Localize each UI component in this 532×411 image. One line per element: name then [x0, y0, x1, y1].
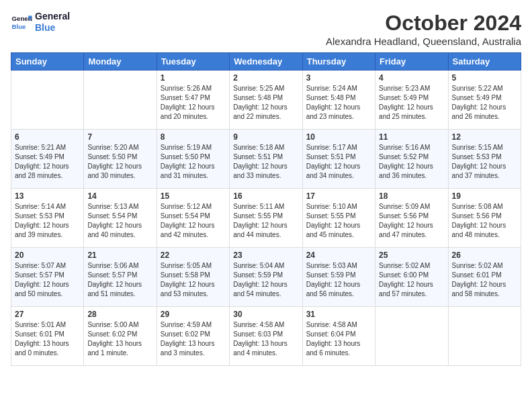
calendar-cell: 3Sunrise: 5:24 AM Sunset: 5:48 PM Daylig… [302, 71, 375, 130]
calendar-cell: 1Sunrise: 5:26 AM Sunset: 5:47 PM Daylig… [157, 71, 229, 130]
day-info: Sunrise: 5:22 AM Sunset: 5:49 PM Dayligh… [452, 84, 517, 122]
day-info: Sunrise: 5:08 AM Sunset: 5:56 PM Dayligh… [452, 202, 517, 240]
day-number: 9 [233, 132, 298, 142]
day-info: Sunrise: 5:17 AM Sunset: 5:51 PM Dayligh… [306, 143, 371, 181]
day-number: 28 [87, 310, 152, 319]
calendar-cell [375, 307, 448, 366]
day-info: Sunrise: 5:01 AM Sunset: 6:01 PM Dayligh… [15, 320, 80, 358]
day-number: 29 [161, 310, 226, 319]
day-info: Sunrise: 5:25 AM Sunset: 5:48 PM Dayligh… [233, 84, 298, 122]
day-info: Sunrise: 5:04 AM Sunset: 5:59 PM Dayligh… [233, 261, 298, 299]
day-number: 6 [15, 132, 80, 142]
day-info: Sunrise: 5:00 AM Sunset: 6:02 PM Dayligh… [87, 320, 152, 358]
week-row-5: 27Sunrise: 5:01 AM Sunset: 6:01 PM Dayli… [11, 307, 521, 366]
calendar-cell: 31Sunrise: 4:58 AM Sunset: 6:04 PM Dayli… [302, 307, 375, 366]
weekday-header-saturday: Saturday [448, 53, 521, 71]
weekday-header-tuesday: Tuesday [157, 53, 229, 71]
calendar-cell: 17Sunrise: 5:10 AM Sunset: 5:55 PM Dayli… [302, 189, 375, 248]
day-number: 7 [87, 132, 152, 142]
calendar-cell [448, 307, 521, 366]
day-info: Sunrise: 5:26 AM Sunset: 5:47 PM Dayligh… [161, 84, 226, 122]
day-info: Sunrise: 4:58 AM Sunset: 6:04 PM Dayligh… [306, 320, 371, 358]
day-number: 12 [452, 132, 517, 142]
day-number: 25 [379, 250, 444, 260]
calendar-cell: 26Sunrise: 5:02 AM Sunset: 6:01 PM Dayli… [448, 248, 521, 307]
calendar-cell: 20Sunrise: 5:07 AM Sunset: 5:57 PM Dayli… [11, 248, 84, 307]
logo-icon: General Blue [11, 11, 32, 33]
day-number: 21 [87, 250, 152, 260]
day-number: 11 [379, 132, 444, 142]
weekday-header-thursday: Thursday [302, 53, 375, 71]
week-row-1: 1Sunrise: 5:26 AM Sunset: 5:47 PM Daylig… [11, 71, 521, 130]
day-info: Sunrise: 5:07 AM Sunset: 5:57 PM Dayligh… [15, 261, 80, 299]
calendar-cell: 12Sunrise: 5:15 AM Sunset: 5:53 PM Dayli… [448, 130, 521, 189]
day-number: 22 [161, 250, 226, 260]
day-number: 10 [306, 132, 371, 142]
calendar-cell: 2Sunrise: 5:25 AM Sunset: 5:48 PM Daylig… [230, 71, 302, 130]
day-number: 8 [161, 132, 226, 142]
weekday-header-row: SundayMondayTuesdayWednesdayThursdayFrid… [11, 53, 521, 71]
day-number: 19 [452, 191, 517, 201]
calendar-cell [11, 71, 84, 130]
day-info: Sunrise: 5:09 AM Sunset: 5:56 PM Dayligh… [379, 202, 444, 240]
day-number: 3 [306, 73, 371, 83]
month-title: October 2024 [326, 11, 521, 36]
calendar-cell: 23Sunrise: 5:04 AM Sunset: 5:59 PM Dayli… [230, 248, 302, 307]
calendar-cell: 16Sunrise: 5:11 AM Sunset: 5:55 PM Dayli… [230, 189, 302, 248]
calendar-cell: 8Sunrise: 5:19 AM Sunset: 5:50 PM Daylig… [157, 130, 229, 189]
day-info: Sunrise: 5:15 AM Sunset: 5:53 PM Dayligh… [452, 143, 517, 181]
day-number: 20 [15, 250, 80, 260]
calendar-cell: 29Sunrise: 4:59 AM Sunset: 6:02 PM Dayli… [157, 307, 229, 366]
weekday-header-sunday: Sunday [11, 53, 84, 71]
day-info: Sunrise: 5:02 AM Sunset: 6:00 PM Dayligh… [379, 261, 444, 299]
title-area: October 2024 Alexandra Headland, Queensl… [326, 11, 521, 47]
calendar-cell: 14Sunrise: 5:13 AM Sunset: 5:54 PM Dayli… [84, 189, 157, 248]
day-info: Sunrise: 5:10 AM Sunset: 5:55 PM Dayligh… [306, 202, 371, 240]
day-number: 1 [161, 73, 226, 83]
day-number: 2 [233, 73, 298, 83]
calendar-cell: 9Sunrise: 5:18 AM Sunset: 5:51 PM Daylig… [230, 130, 302, 189]
day-number: 18 [379, 191, 444, 201]
day-number: 15 [161, 191, 226, 201]
calendar-cell: 4Sunrise: 5:23 AM Sunset: 5:49 PM Daylig… [375, 71, 448, 130]
day-info: Sunrise: 5:02 AM Sunset: 6:01 PM Dayligh… [452, 261, 517, 299]
day-number: 31 [306, 310, 371, 319]
calendar-cell: 30Sunrise: 4:58 AM Sunset: 6:03 PM Dayli… [230, 307, 302, 366]
day-number: 23 [233, 250, 298, 260]
day-number: 30 [233, 310, 298, 319]
calendar-cell: 22Sunrise: 5:05 AM Sunset: 5:58 PM Dayli… [157, 248, 229, 307]
day-info: Sunrise: 5:12 AM Sunset: 5:54 PM Dayligh… [161, 202, 226, 240]
day-info: Sunrise: 4:59 AM Sunset: 6:02 PM Dayligh… [161, 320, 226, 358]
calendar-cell: 6Sunrise: 5:21 AM Sunset: 5:49 PM Daylig… [11, 130, 84, 189]
calendar-cell: 5Sunrise: 5:22 AM Sunset: 5:49 PM Daylig… [448, 71, 521, 130]
calendar-cell: 28Sunrise: 5:00 AM Sunset: 6:02 PM Dayli… [84, 307, 157, 366]
calendar-cell: 10Sunrise: 5:17 AM Sunset: 5:51 PM Dayli… [302, 130, 375, 189]
calendar-cell: 7Sunrise: 5:20 AM Sunset: 5:50 PM Daylig… [84, 130, 157, 189]
day-info: Sunrise: 4:58 AM Sunset: 6:03 PM Dayligh… [233, 320, 298, 358]
logo-text: General Blue [35, 11, 70, 34]
week-row-3: 13Sunrise: 5:14 AM Sunset: 5:53 PM Dayli… [11, 189, 521, 248]
calendar-cell: 24Sunrise: 5:03 AM Sunset: 5:59 PM Dayli… [302, 248, 375, 307]
weekday-header-wednesday: Wednesday [230, 53, 302, 71]
weekday-header-monday: Monday [84, 53, 157, 71]
day-info: Sunrise: 5:03 AM Sunset: 5:59 PM Dayligh… [306, 261, 371, 299]
day-info: Sunrise: 5:21 AM Sunset: 5:49 PM Dayligh… [15, 143, 80, 181]
calendar-cell: 11Sunrise: 5:16 AM Sunset: 5:52 PM Dayli… [375, 130, 448, 189]
day-info: Sunrise: 5:19 AM Sunset: 5:50 PM Dayligh… [161, 143, 226, 181]
week-row-2: 6Sunrise: 5:21 AM Sunset: 5:49 PM Daylig… [11, 130, 521, 189]
week-row-4: 20Sunrise: 5:07 AM Sunset: 5:57 PM Dayli… [11, 248, 521, 307]
day-info: Sunrise: 5:05 AM Sunset: 5:58 PM Dayligh… [161, 261, 226, 299]
calendar-cell [84, 71, 157, 130]
weekday-header-friday: Friday [375, 53, 448, 71]
day-number: 5 [452, 73, 517, 83]
calendar-cell: 13Sunrise: 5:14 AM Sunset: 5:53 PM Dayli… [11, 189, 84, 248]
calendar-cell: 19Sunrise: 5:08 AM Sunset: 5:56 PM Dayli… [448, 189, 521, 248]
day-info: Sunrise: 5:13 AM Sunset: 5:54 PM Dayligh… [87, 202, 152, 240]
calendar-cell: 18Sunrise: 5:09 AM Sunset: 5:56 PM Dayli… [375, 189, 448, 248]
location-title: Alexandra Headland, Queensland, Australi… [326, 36, 521, 47]
calendar-cell: 21Sunrise: 5:06 AM Sunset: 5:57 PM Dayli… [84, 248, 157, 307]
day-number: 24 [306, 250, 371, 260]
day-info: Sunrise: 5:06 AM Sunset: 5:57 PM Dayligh… [87, 261, 152, 299]
day-info: Sunrise: 5:11 AM Sunset: 5:55 PM Dayligh… [233, 202, 298, 240]
page-header: General Blue General Blue October 2024 A… [11, 11, 521, 47]
